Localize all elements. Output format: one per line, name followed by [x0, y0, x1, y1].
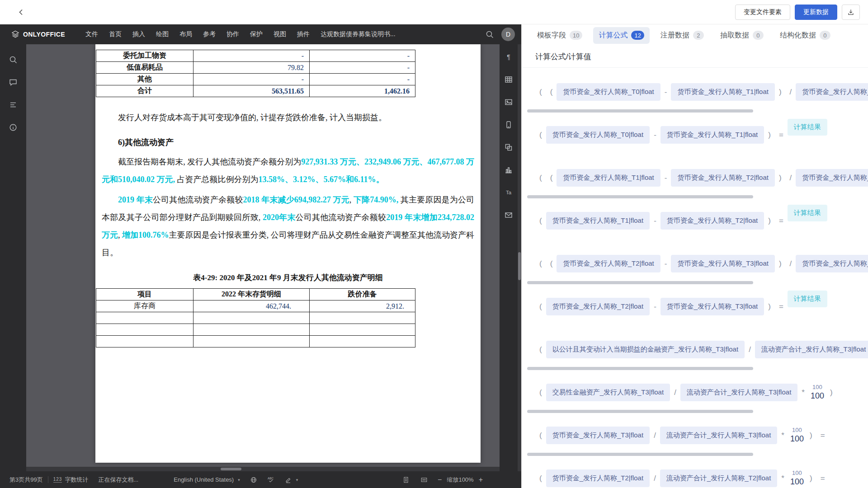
doc-table-cell[interactable] [193, 336, 310, 347]
menu-item-7[interactable]: 保护 [245, 28, 268, 41]
menu-item-1[interactable]: 首页 [104, 28, 127, 41]
doc-table-cell[interactable] [193, 312, 310, 324]
formula-field-pill[interactable]: 货币资金_发行人简称_T2|float [660, 212, 764, 230]
formula-field-pill[interactable]: 货币资金_发行人简称_T1|float [671, 83, 774, 101]
tab-template-fields[interactable]: 模板字段10 [532, 27, 588, 44]
tab-extracted-data[interactable]: 抽取数据0 [715, 27, 769, 44]
formula-field-pill[interactable]: 货币资金_发行人简称_T2|float [546, 298, 650, 315]
formula-hscrollbar-thumb[interactable] [527, 281, 753, 284]
spellcheck-icon[interactable]: ABC [262, 471, 280, 488]
formula-field-pill[interactable]: 货币资金_发行人简称_T1|float [796, 83, 868, 101]
doc-table-cell[interactable] [96, 312, 193, 324]
doc-table-cell[interactable]: - [310, 50, 415, 62]
doc-table-bottom[interactable]: 项目2022 年末存货明细跌价准备库存商462,744.2,912. [96, 288, 415, 347]
formula-field-pill[interactable]: 货币资金_发行人简称_T1|float [557, 169, 660, 187]
doc-paragraph[interactable]: 2019 年末公司其他流动资产余额较2018 年末减少694,982.27 万元… [102, 191, 474, 262]
formula-hscrollbar-thumb[interactable] [527, 109, 753, 113]
doc-table-header-cell[interactable]: 跌价准备 [310, 289, 415, 300]
menu-item-4[interactable]: 布局 [175, 28, 197, 41]
table-caption[interactable]: 表4-29: 2020 年及2021 年9 月末发行人其他流动资产明细 [95, 272, 481, 283]
fit-page-icon[interactable] [397, 471, 415, 488]
doc-table-cell[interactable]: 1,462.16 [310, 85, 415, 97]
device-icon[interactable] [503, 119, 514, 130]
language-selector[interactable]: English (United States)▾ [169, 471, 245, 488]
formula-field-pill[interactable]: 流动资产合计_发行人简称_T3|float [660, 427, 777, 444]
doc-table-cell[interactable]: - [193, 50, 310, 62]
comments-icon[interactable] [8, 77, 19, 88]
doc-table-header-cell[interactable]: 2022 年末存货明细 [193, 289, 310, 300]
image-icon[interactable] [503, 97, 514, 108]
track-changes-icon[interactable]: ▾ [280, 471, 303, 488]
formula-hscrollbar-thumb[interactable] [527, 195, 753, 198]
update-data-button[interactable]: 更新数据 [795, 5, 837, 20]
doc-table-cell[interactable] [193, 324, 310, 336]
doc-table-cell[interactable]: 79.82 [193, 62, 310, 74]
doc-table-cell[interactable]: 低值易耗品 [96, 62, 193, 74]
tab-structured-data[interactable]: 结构化数据0 [774, 27, 836, 44]
tab-registered-data[interactable]: 注册数据2 [655, 27, 709, 44]
fit-width-icon[interactable] [415, 471, 433, 488]
canvas-vertical-scrollbar[interactable] [518, 44, 521, 471]
doc-table-cell[interactable]: - [310, 74, 415, 85]
menu-item-3[interactable]: 绘图 [151, 28, 174, 41]
chart-icon[interactable] [503, 164, 514, 175]
calc-result-pill[interactable]: 计算结果 [788, 205, 827, 221]
textart-icon[interactable]: Ta [503, 187, 514, 198]
search-icon[interactable] [484, 29, 495, 40]
formula-field-pill[interactable]: 流动资产合计_发行人简称_T3|float [755, 341, 868, 358]
formula-field-pill[interactable]: 货币资金_发行人简称_T3|float [796, 255, 868, 272]
zoom-in-button[interactable]: + [475, 476, 487, 484]
doc-table-cell[interactable] [310, 324, 415, 336]
formula-field-pill[interactable]: 货币资金_发行人简称_T2|float [546, 469, 650, 487]
formula-field-pill[interactable]: 以公计且其变动计入当期损益的金融资产_发行人简称_T3|float [546, 341, 745, 358]
doc-paragraph[interactable]: 发行人对存货成本高于其可变现净值的, 计提存货跌价准备, 计入当期损益。 [102, 109, 474, 127]
formula-field-pill[interactable]: 货币资金_发行人简称_T3|float [660, 298, 764, 315]
formula-field-pill[interactable]: 货币资金_发行人简称_T2|float [796, 169, 868, 187]
set-language-icon[interactable] [245, 471, 262, 488]
formula-field-pill[interactable]: 货币资金_发行人简称_T1|float [660, 126, 764, 144]
menu-item-5[interactable]: 参考 [198, 28, 221, 41]
tab-calc-formula[interactable]: 计算公式12 [593, 27, 649, 44]
doc-table-cell[interactable]: 合计 [96, 85, 193, 97]
zoom-out-button[interactable]: − [434, 476, 446, 484]
menu-item-8[interactable]: 视图 [269, 28, 291, 41]
doc-table-cell[interactable]: 462,744. [193, 300, 310, 312]
formula-field-pill[interactable]: 货币资金_发行人简称_T1|float [546, 212, 650, 230]
doc-table-top[interactable]: 委托加工物资--低值易耗品79.82-其他--合计563,511.651,462… [96, 50, 415, 97]
formula-field-pill[interactable]: 货币资金_发行人简称_T0|float [557, 83, 660, 101]
constant-100[interactable]: 100100 [790, 427, 804, 445]
formula-field-pill[interactable]: 货币资金_发行人简称_T3|float [671, 255, 774, 272]
paragraph-icon[interactable]: ¶ [503, 52, 514, 62]
document-page[interactable]: 委托加工物资--低值易耗品79.82-其他--合计563,511.651,462… [95, 44, 481, 463]
constant-100[interactable]: 100100 [790, 469, 804, 488]
menu-item-0[interactable]: 文件 [80, 28, 103, 41]
formula-field-pill[interactable]: 流动资产合计_发行人简称_T3|float [680, 384, 797, 401]
doc-table-cell[interactable] [96, 336, 193, 347]
navigation-icon[interactable] [8, 99, 19, 110]
canvas-horizontal-scrollbar[interactable] [26, 467, 500, 471]
doc-table-cell[interactable]: 委托加工物资 [96, 50, 193, 62]
doc-table-cell[interactable]: 其他 [96, 74, 193, 85]
doc-table-cell[interactable] [310, 336, 415, 347]
mailmerge-icon[interactable] [503, 210, 514, 221]
doc-table-cell[interactable]: 库存商 [96, 300, 193, 312]
menu-item-6[interactable]: 协作 [222, 28, 244, 41]
formula-hscrollbar-thumb[interactable] [527, 453, 753, 456]
formula-field-pill[interactable]: 交易性金融资产_发行人简称_T3|float [546, 384, 670, 401]
doc-heading[interactable]: 6)其他流动资产 [102, 134, 474, 151]
page-indicator[interactable]: 第3页共99页 [5, 471, 48, 488]
formula-hscrollbar-thumb[interactable] [527, 367, 753, 370]
doc-paragraph[interactable]: 截至报告期各期末, 发行人其他流动资产余额分别为927,931.33 万元、23… [102, 153, 474, 188]
formula-field-pill[interactable]: 货币资金_发行人简称_T0|float [546, 126, 650, 144]
table-icon[interactable] [503, 74, 514, 85]
search-icon[interactable] [8, 54, 19, 65]
doc-table-cell[interactable]: 563,511.65 [193, 85, 310, 97]
hscroll-thumb[interactable] [221, 468, 241, 470]
doc-table-cell[interactable]: 2,912. [310, 300, 415, 312]
menu-item-9[interactable]: 插件 [292, 28, 315, 41]
formula-field-pill[interactable]: 流动资产合计_发行人简称_T2|float [660, 469, 777, 487]
formula-field-pill[interactable]: 货币资金_发行人简称_T2|float [557, 255, 660, 272]
calc-result-pill[interactable]: 计算结果 [788, 119, 827, 136]
formula-field-pill[interactable]: 货币资金_发行人简称_T2|float [671, 169, 774, 187]
avatar[interactable]: D [501, 28, 515, 41]
